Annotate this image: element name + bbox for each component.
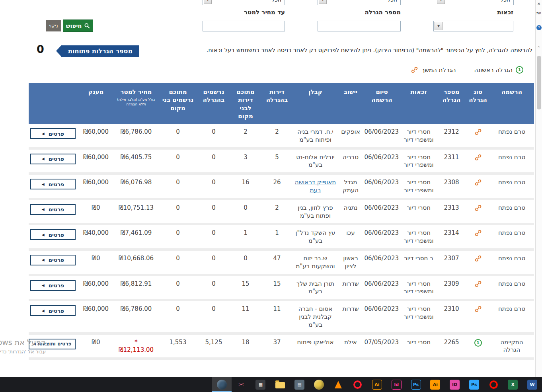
- indesign-alt-icon[interactable]: ID: [445, 377, 464, 392]
- lottery-number-input[interactable]: [318, 21, 401, 31]
- vlc-icon[interactable]: [329, 377, 348, 392]
- registration-end-date: 06/06/2023: [363, 275, 401, 300]
- excel-icon[interactable]: X: [503, 377, 523, 392]
- first-lottery-icon: 1: [474, 339, 482, 347]
- select-value: הכל: [387, 0, 397, 5]
- contractor: אוליאקו פיתוח: [297, 339, 334, 346]
- word-icon[interactable]: W: [523, 377, 542, 392]
- col-city: יישוב: [338, 83, 363, 124]
- eligibility: ב חסרי דיור: [401, 250, 437, 275]
- photoshop-icon[interactable]: Ps: [406, 377, 426, 392]
- collapse-icon[interactable]: ^: [537, 46, 540, 50]
- triangle-icon: ◀: [42, 233, 45, 237]
- page: הכל ▼ הכל ▼ הכל ▼ זכאות מספר הגרלה עד מח…: [0, 0, 542, 392]
- details-button[interactable]: ◀ פרטים: [30, 179, 76, 189]
- city: אופקים: [338, 124, 363, 148]
- chevron-down-icon[interactable]: ▼: [437, 0, 445, 4]
- help-icon[interactable]: ?: [536, 25, 542, 30]
- local-apartments-count: 1: [230, 224, 261, 250]
- local-apartments-count: 18: [230, 333, 261, 359]
- filter-select-cutoff-1[interactable]: הכל ▼: [436, 0, 514, 5]
- continuation-lottery-icon: [474, 154, 482, 161]
- table-header: הרשמה סוג הגרלה מספר הגרלה זכאות סיום הר…: [29, 83, 534, 124]
- table-row: טרם נפתח 2312 חסרי דיור ומשפרי דיור 06/0…: [29, 124, 534, 148]
- city: נתניה: [338, 199, 363, 224]
- filter-select-cutoff-2[interactable]: הכל ▼: [318, 0, 401, 5]
- search-button[interactable]: חיפוש: [63, 20, 93, 32]
- legend-first-label: הגרלה ראשונה: [474, 66, 513, 74]
- chevron-down-icon[interactable]: ▼: [435, 22, 443, 30]
- details-button[interactable]: ◀ פרטים: [30, 154, 76, 164]
- apartments-count: 11: [261, 300, 292, 333]
- eligibility-select[interactable]: ▼: [433, 21, 513, 31]
- contractor[interactable]: תאופיק דראושה בעמ: [295, 179, 336, 194]
- registrants-count: 0: [198, 124, 230, 148]
- grant-amount: ₪60,000: [83, 280, 109, 288]
- col-local-registrants: מתוכם נרשמים בני מקום: [158, 83, 198, 124]
- local-registrants-count: 0: [158, 199, 198, 224]
- details-button[interactable]: ◀ פרטים: [30, 204, 76, 215]
- details-button[interactable]: ◀ פרטים: [30, 128, 76, 139]
- col-price-per-meter: מחיר למטר כולל מע"מ (מלבד אילת) וללא הצמ…: [114, 83, 158, 124]
- details-button[interactable]: ◀ פרטים ותוצאות: [29, 339, 76, 349]
- apartments-count: 2: [261, 124, 292, 148]
- illustrator-alt-icon[interactable]: Ai: [425, 377, 445, 392]
- details-button[interactable]: ◀ פרטים: [30, 255, 76, 265]
- table-row: טרם נפתח 2310 חסרי דיור ומשפרי דיור 06/0…: [29, 300, 534, 333]
- details-button[interactable]: ◀ פרטים: [30, 305, 76, 316]
- registration-end-date: 06/06/2023: [363, 199, 401, 224]
- col-contractor: קבלן: [292, 83, 338, 124]
- local-apartments-count: 11: [230, 300, 261, 333]
- chevron-down-icon[interactable]: ▼: [204, 0, 212, 4]
- local-apartments-count: 16: [230, 174, 261, 199]
- price-per-meter: * ₪12,113.00: [116, 339, 156, 355]
- max-price-per-meter-input[interactable]: [203, 21, 285, 31]
- scrollbar-thumb[interactable]: [537, 56, 541, 109]
- search-icon: [84, 23, 90, 29]
- table-row: טרם נפתח 2313 חסרי דיור 06/06/2023 נתניה…: [29, 199, 534, 224]
- registrants-count: 0: [198, 224, 230, 250]
- paint-icon[interactable]: [309, 377, 329, 392]
- local-registrants-count: 0: [158, 250, 198, 275]
- triangle-icon: ◀: [42, 157, 45, 161]
- calculator-icon[interactable]: ▦: [251, 377, 271, 392]
- photoshop-alt-icon[interactable]: Ps: [464, 377, 484, 392]
- triangle-icon: ◀: [42, 258, 45, 262]
- open-lotteries-badge: מספר הגרלות פתוחות: [61, 45, 139, 57]
- acrobat-icon[interactable]: [484, 377, 503, 392]
- local-apartments-count: 15: [230, 275, 261, 300]
- details-button[interactable]: ◀ פרטים: [30, 229, 76, 240]
- first-lottery-icon: 1: [516, 66, 523, 74]
- filter-select-cutoff-3[interactable]: הכל ▼: [203, 0, 285, 5]
- grant-amount: ₪60,000: [83, 128, 109, 136]
- snipping-tool-icon[interactable]: ✂: [232, 377, 251, 392]
- file-explorer-icon[interactable]: [270, 377, 290, 392]
- price-per-meter: ₪6,786.00: [121, 128, 152, 136]
- accessibility-text-fragment: יות: [536, 11, 541, 15]
- registration-end-date: 06/06/2023: [363, 148, 401, 174]
- devices-icon[interactable]: ▤: [290, 377, 309, 392]
- illustrator-icon[interactable]: Ai: [367, 377, 387, 392]
- local-apartments-count: 0: [230, 199, 261, 224]
- eligibility: חסרי דיור ומשפרי דיור: [401, 174, 437, 199]
- indesign-icon[interactable]: Id: [387, 377, 406, 392]
- triangle-icon: ◀: [33, 342, 36, 346]
- registrants-count: 0: [198, 199, 230, 224]
- lottery-number: 2313: [437, 199, 466, 224]
- table-row: התקיימה הגרלה 1 2265 חסרי דיור 07/05/202…: [29, 333, 534, 359]
- details-button-label: פרטים: [49, 308, 64, 314]
- contractor: עץ השקד נדל"ן בע"מ: [296, 229, 335, 244]
- chevron-down-icon[interactable]: ▼: [319, 0, 327, 4]
- registration-status: טרם נפתח: [489, 275, 534, 300]
- opera-icon[interactable]: [348, 377, 367, 392]
- details-button[interactable]: ◀ פרטים: [30, 280, 76, 291]
- local-apartments-count: 3: [230, 148, 261, 174]
- clear-button[interactable]: ניקוי: [46, 20, 61, 31]
- active-app-icon[interactable]: [212, 377, 232, 392]
- price-per-meter: ₪10,751.13: [119, 204, 154, 212]
- details-button-label: פרטים ותוצאות: [38, 341, 72, 347]
- close-icon[interactable]: ✕: [537, 2, 540, 6]
- eligibility: חסרי דיור: [401, 333, 437, 359]
- open-lotteries-count: 0: [37, 43, 44, 55]
- contractor: אסום - חברה קבלנית לבנין בע"מ: [298, 305, 333, 328]
